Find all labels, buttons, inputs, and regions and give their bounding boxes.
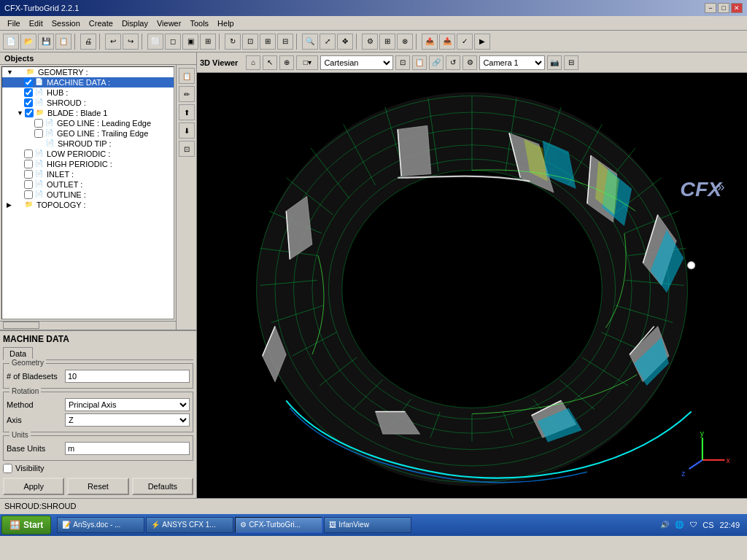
- separator-6: [356, 34, 359, 50]
- reset-button[interactable]: Reset: [67, 478, 128, 495]
- new-button[interactable]: 📄: [3, 34, 19, 50]
- settings-button[interactable]: ⚙: [362, 34, 378, 50]
- coord-system-dropdown[interactable]: Cartesian: [320, 55, 393, 70]
- tree-item-geo_trailing[interactable]: 📄GEO LINE : Trailing Edge: [2, 128, 174, 139]
- tree-checkbox-low_periodic[interactable]: [24, 149, 33, 158]
- mesh-button-2[interactable]: ⊞: [260, 34, 276, 50]
- save-as-button[interactable]: 📋: [55, 34, 71, 50]
- tree-expand-blade[interactable]: ▼: [17, 109, 23, 117]
- tree-expand-geometry[interactable]: ▼: [7, 69, 13, 76]
- viewer-canvas[interactable]: CFX » x y z: [197, 73, 747, 498]
- tree-checkbox-hub[interactable]: [24, 88, 33, 97]
- open-button[interactable]: 📂: [20, 34, 36, 50]
- viewer-copy-button[interactable]: ⊡: [395, 55, 410, 70]
- taskbar-item-0[interactable]: 📝 AnSys.doc - ...: [57, 517, 144, 533]
- tree-item-blade[interactable]: ▼📁BLADE : Blade 1: [2, 108, 174, 118]
- export-button[interactable]: 📤: [422, 34, 438, 50]
- grid-button[interactable]: ⊞: [379, 34, 395, 50]
- viewer-link-button[interactable]: 🔗: [429, 55, 444, 70]
- tree-item-shroud[interactable]: 📄SHROUD :: [2, 98, 174, 108]
- tree-tool-4[interactable]: ⬇: [179, 122, 195, 139]
- import-button[interactable]: 📥: [439, 34, 455, 50]
- zoom-button[interactable]: 🔍: [302, 34, 318, 50]
- camera-dropdown[interactable]: Camera 1: [479, 55, 545, 70]
- method-dropdown[interactable]: Principal Axis: [65, 398, 190, 411]
- tree-checkbox-outlet[interactable]: [24, 180, 33, 189]
- tree-item-topology[interactable]: ▶📁TOPOLOGY :: [2, 200, 174, 210]
- axis-dropdown[interactable]: Z X Y: [65, 413, 190, 427]
- tree-item-hub[interactable]: 📄HUB :: [2, 88, 174, 98]
- tree-tool-5[interactable]: ⊡: [179, 141, 195, 157]
- horizontal-scrollbar[interactable]: [0, 321, 176, 330]
- tree-checkbox-blade[interactable]: [25, 109, 34, 117]
- tree-tool-2[interactable]: ✏: [179, 86, 195, 102]
- tree-item-shroud_tip[interactable]: 📄SHROUD TIP :: [2, 139, 174, 149]
- viewer-cursor-button[interactable]: ↖: [263, 55, 277, 70]
- minimize-button[interactable]: −: [705, 3, 716, 13]
- viewer-target-button[interactable]: ⊕: [279, 55, 294, 70]
- tree-expand-topology[interactable]: ▶: [7, 201, 12, 209]
- tree-item-geometry[interactable]: ▼📁GEOMETRY :: [2, 67, 174, 77]
- fit-button[interactable]: ⤢: [320, 34, 336, 50]
- viewer-settings2-button[interactable]: ⚙: [462, 55, 477, 70]
- save-button[interactable]: 💾: [38, 34, 54, 50]
- tree-checkbox-high_periodic[interactable]: [24, 160, 33, 168]
- taskbar-item-1[interactable]: ⚡ ANSYS CFX 1...: [146, 517, 233, 533]
- viewer-view-button[interactable]: □▾: [296, 55, 318, 70]
- rotate-button[interactable]: ↻: [225, 34, 241, 50]
- check-button[interactable]: ✓: [457, 34, 473, 50]
- tree-item-inlet[interactable]: 📄INLET :: [2, 169, 174, 179]
- tree-checkbox-outline[interactable]: [24, 190, 33, 199]
- apply-button[interactable]: Apply: [3, 478, 64, 495]
- taskbar-item-2[interactable]: ⚙ CFX-TurboGri...: [235, 517, 322, 533]
- tree-checkbox-geo_leading[interactable]: [34, 119, 43, 128]
- defaults-button[interactable]: Defaults: [132, 478, 193, 495]
- tree-item-high_periodic[interactable]: 📄HIGH PERIODIC :: [2, 159, 174, 169]
- visibility-checkbox[interactable]: [3, 464, 12, 473]
- tree-checkbox-machine_data[interactable]: [24, 78, 33, 87]
- objects-tab[interactable]: Objects: [0, 52, 196, 65]
- view-button-1[interactable]: ⬜: [147, 34, 163, 50]
- base-units-input[interactable]: [65, 442, 190, 455]
- tree-item-geo_leading[interactable]: 📄GEO LINE : Leading Edge: [2, 118, 174, 128]
- viewer-extra-button[interactable]: ⊟: [564, 55, 578, 70]
- props-title: MACHINE DATA: [3, 334, 193, 344]
- maximize-button[interactable]: □: [718, 3, 729, 13]
- tree-tool-3[interactable]: ⬆: [179, 104, 195, 120]
- viewer-camera-button[interactable]: 📷: [547, 55, 562, 70]
- viewer-home-button[interactable]: ⌂: [246, 55, 260, 70]
- menu-edit[interactable]: Edit: [25, 18, 47, 29]
- periodic-button[interactable]: ⊗: [397, 34, 413, 50]
- tree-checkbox-shroud[interactable]: [24, 98, 33, 107]
- print-button[interactable]: 🖨: [80, 34, 96, 50]
- tree-tool-1[interactable]: 📋: [179, 68, 195, 84]
- menu-session[interactable]: Session: [47, 18, 85, 29]
- redo-button[interactable]: ↪: [123, 34, 139, 50]
- tree-item-machine_data[interactable]: 📄MACHINE DATA :: [2, 77, 174, 88]
- pan-button[interactable]: ✥: [337, 34, 353, 50]
- tree-item-outline[interactable]: 📄OUTLINE :: [2, 190, 174, 200]
- taskbar-item-3[interactable]: 🖼 IrfanView: [324, 517, 411, 533]
- tree-item-low_periodic[interactable]: 📄LOW PERIODIC :: [2, 149, 174, 159]
- tree-checkbox-geo_trailing[interactable]: [34, 129, 43, 138]
- tree-item-outlet[interactable]: 📄OUTLET :: [2, 179, 174, 190]
- run-button[interactable]: ▶: [474, 34, 490, 50]
- view-button-4[interactable]: ⊞: [200, 34, 216, 50]
- viewer-rotate2-button[interactable]: ↺: [446, 55, 460, 70]
- view-button-2[interactable]: ◻: [165, 34, 181, 50]
- start-button[interactable]: 🪟 Start: [1, 516, 51, 534]
- menu-viewer[interactable]: Viewer: [152, 18, 185, 29]
- menu-create[interactable]: Create: [85, 18, 117, 29]
- viewer-paste-button[interactable]: 📋: [412, 55, 427, 70]
- bladesets-input[interactable]: [65, 370, 190, 383]
- undo-button[interactable]: ↩: [105, 34, 121, 50]
- menu-help[interactable]: Help: [213, 18, 239, 29]
- menu-file[interactable]: File: [3, 18, 25, 29]
- mesh-button-1[interactable]: ⊡: [242, 34, 258, 50]
- view-button-3[interactable]: ▣: [182, 34, 198, 50]
- mesh-button-3[interactable]: ⊟: [277, 34, 293, 50]
- close-button[interactable]: ✕: [731, 3, 743, 13]
- menu-display[interactable]: Display: [117, 18, 152, 29]
- tree-checkbox-inlet[interactable]: [24, 170, 33, 179]
- menu-tools[interactable]: Tools: [185, 18, 213, 29]
